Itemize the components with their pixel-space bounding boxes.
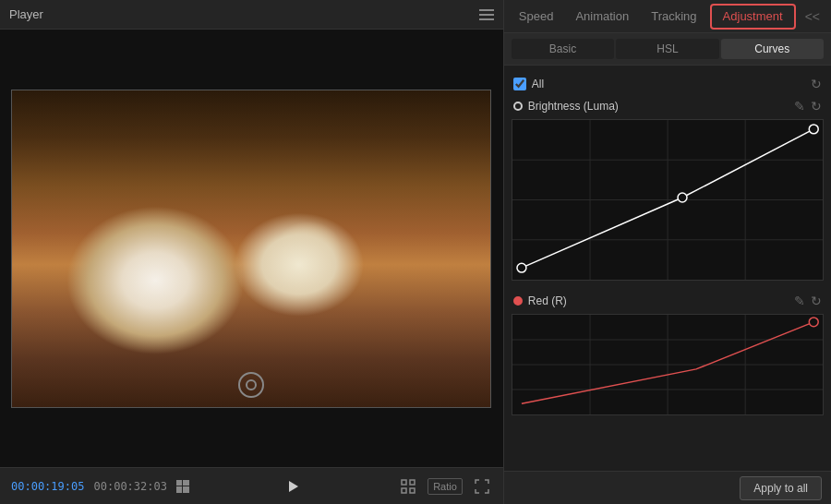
- sub-tab-basic[interactable]: Basic: [512, 39, 614, 59]
- brightness-dot: [513, 102, 523, 111]
- collapse-button[interactable]: <<: [798, 9, 827, 24]
- sub-tab-hsl[interactable]: HSL: [616, 39, 718, 59]
- brightness-curve-canvas[interactable]: [512, 119, 824, 281]
- svg-rect-2: [402, 488, 406, 493]
- bottom-bar: Apply to all: [504, 471, 831, 504]
- brightness-actions: ✎ ↻: [794, 99, 822, 114]
- sub-tabs: Basic HSL Curves: [504, 33, 831, 66]
- video-content: [12, 90, 490, 407]
- brightness-curve-svg: [512, 120, 823, 280]
- fullscreen-icon: [475, 479, 489, 494]
- red-header: Red (R) ✎ ↻: [512, 290, 824, 312]
- fullscreen-button[interactable]: [472, 476, 492, 497]
- video-frame: [11, 90, 491, 408]
- brightness-edit-icon[interactable]: ✎: [794, 99, 805, 114]
- video-area: [0, 30, 503, 467]
- curve-point-end[interactable]: [809, 125, 818, 134]
- apply-to-all-button[interactable]: Apply to all: [740, 476, 822, 500]
- main-layout: Player 00:00:19:05 00:00:32:03: [0, 0, 831, 504]
- fit-screen-icon: [401, 479, 416, 494]
- grid-view-icon[interactable]: [176, 480, 189, 493]
- all-section: All ↻: [512, 73, 824, 95]
- tab-adjustment[interactable]: Adjustment: [710, 4, 796, 30]
- right-panel: Speed Animation Tracking Adjustment << B…: [504, 0, 831, 504]
- settings-icon[interactable]: [238, 372, 264, 398]
- red-label: Red (R): [528, 294, 789, 307]
- tabs-header: Speed Animation Tracking Adjustment <<: [504, 0, 831, 33]
- brightness-section: Brightness (Luma) ✎ ↻: [512, 95, 824, 281]
- red-section: Red (R) ✎ ↻: [512, 290, 824, 415]
- svg-rect-3: [410, 488, 415, 493]
- sub-tab-curves[interactable]: Curves: [721, 39, 824, 59]
- reset-all-icon[interactable]: ↻: [811, 77, 822, 91]
- red-curve-point-end[interactable]: [809, 318, 818, 327]
- red-curve-canvas[interactable]: [512, 314, 824, 415]
- brightness-label: Brightness (Luma): [528, 100, 789, 113]
- time-current: 00:00:19:05: [11, 480, 84, 493]
- play-icon: [289, 481, 298, 492]
- svg-rect-0: [402, 480, 406, 485]
- tab-tracking[interactable]: Tracking: [640, 0, 707, 33]
- left-panel: Player 00:00:19:05 00:00:32:03: [0, 0, 504, 504]
- brightness-reset-icon[interactable]: ↻: [811, 99, 822, 114]
- tab-animation[interactable]: Animation: [564, 0, 640, 33]
- all-checkbox[interactable]: [513, 78, 526, 90]
- player-header: Player: [0, 0, 503, 30]
- play-button[interactable]: [286, 478, 301, 495]
- curve-point-mid[interactable]: [678, 193, 687, 202]
- red-edit-icon[interactable]: ✎: [794, 294, 805, 308]
- time-total: 00:00:32:03: [93, 480, 166, 493]
- red-dot: [513, 296, 523, 306]
- fit-screen-button[interactable]: [398, 476, 418, 497]
- ratio-button[interactable]: Ratio: [428, 478, 463, 495]
- svg-line-10: [522, 198, 682, 268]
- svg-line-11: [682, 129, 813, 198]
- red-actions: ✎ ↻: [794, 294, 822, 308]
- red-curve-svg: [512, 315, 823, 414]
- adjustment-content: All ↻ Brightness (Luma) ✎ ↻: [504, 66, 831, 471]
- player-title: Player: [9, 7, 43, 21]
- controls-bar: 00:00:19:05 00:00:32:03 Ratio: [0, 467, 503, 504]
- menu-icon[interactable]: [479, 9, 494, 20]
- curve-point-start[interactable]: [517, 263, 526, 272]
- all-label: All: [532, 78, 805, 90]
- brightness-header: Brightness (Luma) ✎ ↻: [512, 95, 824, 117]
- svg-rect-1: [410, 480, 415, 485]
- tab-speed[interactable]: Speed: [508, 0, 565, 33]
- red-reset-icon[interactable]: ↻: [811, 294, 822, 308]
